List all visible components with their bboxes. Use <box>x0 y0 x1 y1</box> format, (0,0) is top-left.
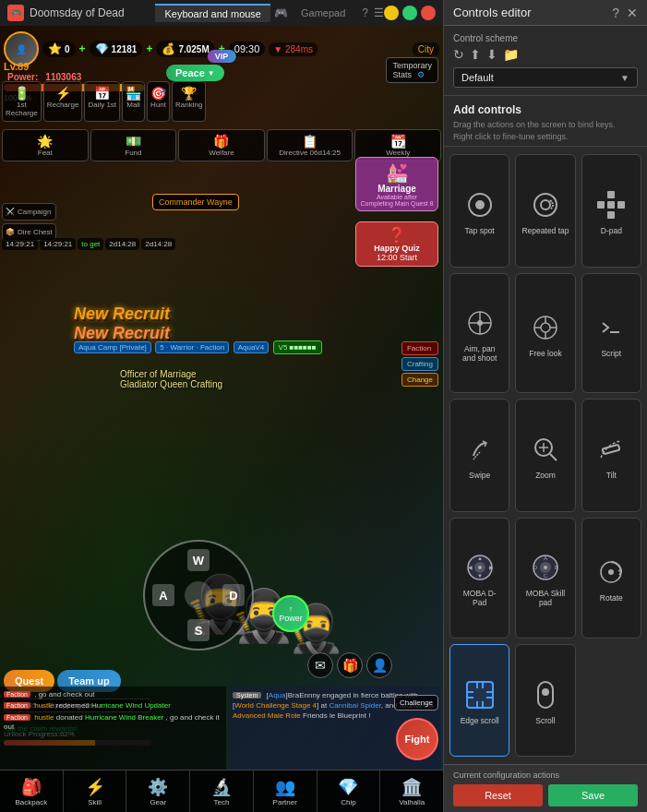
directive-btn[interactable]: 📋 Directive 06d14:25 <box>267 129 353 161</box>
scheme-value: Default <box>461 72 494 83</box>
mall-icon: 🏪 <box>126 86 141 101</box>
skill-mall[interactable]: 🏪 Mall <box>122 81 145 122</box>
svg-rect-8 <box>607 201 615 209</box>
welfare-btn[interactable]: 🎁 Welfare <box>178 129 265 161</box>
svg-point-40 <box>608 569 614 575</box>
challenge-button[interactable]: Challenge <box>394 695 438 710</box>
controls-close-button[interactable]: ✕ <box>627 6 638 20</box>
dpad-down-key[interactable]: S <box>187 619 210 641</box>
control-tilt[interactable]: Tilt <box>581 399 641 511</box>
svg-rect-5 <box>607 211 615 219</box>
control-aim-pan-shoot[interactable]: Aim, panand shoot <box>449 273 509 394</box>
nav-gear[interactable]: ⚙️ Gear <box>126 770 190 812</box>
help-button[interactable]: ? <box>612 6 619 20</box>
faction-button[interactable]: Faction <box>401 341 438 355</box>
marriage-box[interactable]: 💒 Marriage Available after Completing Ma… <box>355 157 438 211</box>
control-zoom[interactable]: Zoom <box>515 399 575 511</box>
backpack-label: Backpack <box>16 798 48 806</box>
fund-btn[interactable]: 💵 Fund <box>90 129 177 161</box>
nav-backpack[interactable]: 🎒 Backpack <box>0 770 64 812</box>
change-button[interactable]: Change <box>401 373 438 387</box>
edge-scroll-icon <box>462 677 497 712</box>
skill-1st-sublabel: Recharge <box>6 109 38 117</box>
tab-keyboard-mouse[interactable]: Keyboard and mouse <box>155 4 270 22</box>
dpad-left-key[interactable]: A <box>152 584 174 606</box>
control-moba-dpad[interactable]: ▲ ▼ ◀ ▶ MOBA D-Pad <box>449 518 509 639</box>
menu-icon[interactable]: ☰ <box>374 6 384 19</box>
fight-button[interactable]: Fight <box>396 718 438 760</box>
control-scroll[interactable]: Scroll <box>515 644 575 757</box>
skill-1st-recharge[interactable]: 🔋 1st Recharge <box>2 81 42 122</box>
svg-point-3 <box>541 200 550 209</box>
nav-chip[interactable]: 💎 Chip <box>318 770 381 812</box>
marriage-subtitle: Available after Completing Main Quest 8 <box>360 194 434 207</box>
app-icon: 🎮 <box>7 5 24 21</box>
skill-daily[interactable]: 📅 Daily 1st <box>84 81 120 122</box>
add-gems-button[interactable]: + <box>146 42 152 55</box>
nav-partner[interactable]: 👥 Partner <box>254 770 318 812</box>
directive-label: Directive 06d14:25 <box>279 149 341 157</box>
minimize-button[interactable] <box>384 6 399 20</box>
dpad-up-key[interactable]: W <box>187 549 210 571</box>
chest-label: Dire Chest <box>18 228 53 236</box>
skill-hunt[interactable]: 🎯 Hunt <box>147 81 170 122</box>
save-button[interactable]: Save <box>548 784 638 806</box>
control-tap-spot[interactable]: Tap spot <box>449 154 509 267</box>
vip-badge[interactable]: VIP <box>208 50 236 63</box>
question-icon[interactable]: ? <box>362 6 368 19</box>
gems-value: 12181 <box>112 44 138 54</box>
dpad-control[interactable]: W S A D <box>143 540 254 651</box>
power-button[interactable]: ↑Power <box>272 595 309 632</box>
refresh-scheme-button[interactable]: ↻ <box>453 47 464 62</box>
chat-timer-2: 14:29:21 <box>40 238 76 250</box>
maximize-button[interactable] <box>402 6 417 20</box>
valhalla-nav-label: Valhalla <box>399 798 425 806</box>
tab-gamepad[interactable]: Gamepad <box>292 5 354 21</box>
zoom-label: Zoom <box>535 471 556 480</box>
chevron-down-icon: ▼ <box>620 73 629 83</box>
ping-icon: ▼ <box>273 44 282 54</box>
skill-recharge[interactable]: ⚡ Recharge <box>43 81 83 122</box>
chip-nav-label: Chip <box>341 798 355 806</box>
gold-resource: ⭐ 0 <box>42 41 76 57</box>
config-buttons: Reset Save <box>453 784 638 806</box>
dpad-right-key[interactable]: D <box>222 584 245 606</box>
chat-highlight-1: Hurricane Wind Updater <box>91 701 171 710</box>
download-scheme-button[interactable]: ⬇ <box>486 47 497 62</box>
control-swipe[interactable]: Swipe <box>449 399 509 511</box>
nav-valhalla[interactable]: 🏛️ Valhalla <box>380 770 443 812</box>
skill-ranking[interactable]: 🏆 Ranking <box>172 81 206 122</box>
close-button[interactable] <box>421 6 436 20</box>
scheme-dropdown[interactable]: Default ▼ <box>453 67 638 88</box>
faction-badge-1: Faction <box>4 691 30 698</box>
gold-icon: ⭐ <box>48 42 62 55</box>
city-label: City <box>413 42 439 56</box>
control-rotate[interactable]: Rotate <box>581 518 641 639</box>
moba-dpad-icon: ▲ ▼ ◀ ▶ <box>462 550 497 585</box>
nav-tech[interactable]: 🔬 Tech <box>190 770 254 812</box>
swipe-icon <box>462 432 497 467</box>
dpad-center <box>185 581 212 609</box>
upload-scheme-button[interactable]: ⬆ <box>470 47 481 62</box>
campaign-btn[interactable]: ⚔️ Campaign <box>2 203 56 221</box>
system-badge: System <box>233 692 261 699</box>
scheme-bar: Control scheme ↻ ⬆ ⬇ 📁 Default ▼ <box>444 26 647 96</box>
reset-button[interactable]: Reset <box>453 784 543 806</box>
control-moba-skill-pad[interactable]: A C D B MOBA Skillpad <box>515 518 575 639</box>
moba-dpad-label: MOBA D-Pad <box>463 589 497 607</box>
crafting-button[interactable]: Crafting <box>401 357 438 371</box>
nav-skill[interactable]: ⚡ Skill <box>64 770 127 812</box>
control-script[interactable]: Script <box>581 273 641 394</box>
control-repeated-tap[interactable]: Repeated tap <box>515 154 575 267</box>
moba-skill-pad-icon: A C D B <box>528 550 563 585</box>
control-free-look[interactable]: Free look <box>515 273 575 394</box>
skill-daily-label: Daily 1st <box>88 101 116 109</box>
settings-icon[interactable]: ⚙ <box>417 70 425 79</box>
feat-btn[interactable]: 🌟 Feat <box>2 129 89 161</box>
script-label: Script <box>601 349 621 358</box>
control-edge-scroll[interactable]: Edge scroll <box>449 644 509 757</box>
control-d-pad[interactable]: D-pad <box>581 154 641 267</box>
add-gold-button[interactable]: + <box>79 42 86 55</box>
folder-scheme-button[interactable]: 📁 <box>503 47 519 62</box>
peace-button[interactable]: Peace ▼ <box>166 65 224 81</box>
